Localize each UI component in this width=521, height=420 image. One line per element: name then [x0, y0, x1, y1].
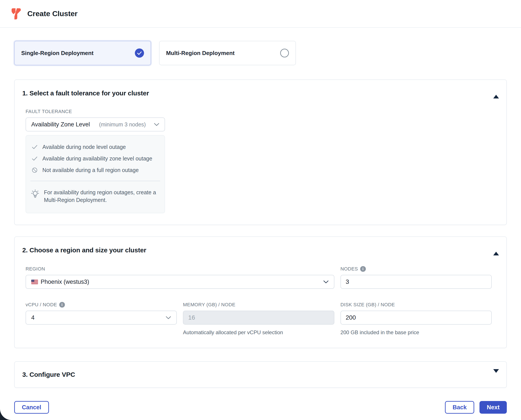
footer-actions: Cancel Back Next — [14, 401, 507, 414]
create-cluster-page: Create Cluster Single-Region Deployment … — [0, 0, 521, 420]
header: Create Cluster — [0, 0, 521, 28]
fault-tolerance-label: FAULT TOLERANCE — [26, 109, 499, 114]
memory-input — [183, 311, 334, 325]
check-icon — [32, 145, 38, 149]
availability-item: Not available during a full region outag… — [26, 167, 164, 173]
info-icon[interactable]: i — [360, 266, 366, 272]
chevron-down-icon — [154, 123, 159, 126]
select-value: Phoenix (westus3) — [41, 278, 89, 285]
divider — [30, 181, 160, 181]
memory-label: MEMORY (GB) / NODE — [183, 302, 334, 308]
collapse-section-button[interactable] — [492, 249, 500, 251]
dialog-sheet: Create Cluster Single-Region Deployment … — [0, 0, 521, 420]
fault-tolerance-select[interactable]: Availability Zone Level (minimum 3 nodes… — [26, 117, 165, 131]
vpc-section: 3. Configure VPC — [14, 361, 507, 388]
region-size-section: 2. Choose a region and size your cluster… — [14, 236, 507, 348]
info-icon[interactable]: i — [59, 302, 65, 308]
region-size-section-header: 2. Choose a region and size your cluster — [15, 237, 506, 254]
nodes-input[interactable] — [341, 275, 492, 289]
availability-text: Not available during a full region outag… — [42, 167, 139, 173]
select-value: Availability Zone Level — [31, 121, 90, 128]
availability-item: Available during availability zone level… — [26, 155, 164, 162]
vcpu-label: vCPU / NODE — [26, 302, 57, 308]
availability-info-box: Available during node level outage Avail… — [26, 135, 165, 213]
memory-help: Automatically allocated per vCPU selecti… — [183, 330, 334, 336]
section-title: 2. Choose a region and size your cluster — [22, 247, 146, 254]
vcpu-select[interactable]: 4 — [26, 311, 177, 325]
tip-row: For availability during region outages, … — [26, 189, 164, 204]
blocked-icon — [32, 167, 38, 173]
vcpu-field: vCPU / NODE i 4 — [26, 302, 177, 336]
collapse-section-button[interactable] — [492, 92, 500, 95]
disk-label: DISK SIZE (GB) / NODE — [341, 302, 492, 308]
section-title: 3. Configure VPC — [22, 371, 75, 378]
deployment-type-row: Single-Region Deployment Multi-Region De… — [14, 41, 507, 65]
check-icon — [32, 156, 38, 161]
availability-text: Available during availability zone level… — [42, 155, 152, 162]
region-select[interactable]: Phoenix (westus3) — [26, 275, 334, 289]
disk-help: 200 GB included in the base price — [341, 330, 492, 336]
chevron-down-icon — [166, 316, 171, 319]
fault-tolerance-section-header: 1. Select a fault tolerance for your clu… — [15, 80, 506, 97]
radio-circle-icon — [280, 49, 289, 57]
disk-input[interactable] — [341, 311, 492, 325]
fault-tolerance-form: FAULT TOLERANCE Availability Zone Level … — [26, 109, 499, 213]
expand-section-button[interactable] — [492, 373, 500, 376]
availability-text: Available during node level outage — [42, 144, 126, 150]
vcpu-label-row: vCPU / NODE i — [26, 302, 177, 308]
region-field: REGION — [26, 266, 334, 289]
memory-field: MEMORY (GB) / NODE Automatically allocat… — [183, 302, 334, 336]
nodes-label-row: NODES i — [341, 266, 492, 272]
chevron-up-icon — [493, 248, 499, 255]
option-label: Single-Region Deployment — [21, 50, 93, 57]
select-hint: (minimum 3 nodes) — [99, 121, 146, 128]
lightbulb-icon — [31, 189, 39, 200]
page-title: Create Cluster — [27, 9, 78, 18]
next-button[interactable]: Next — [480, 401, 507, 414]
tip-text: For availability during region outages, … — [44, 189, 160, 204]
chevron-down-icon — [493, 369, 499, 376]
section-title: 1. Select a fault tolerance for your clu… — [22, 90, 149, 97]
multi-region-option[interactable]: Multi-Region Deployment — [159, 41, 296, 65]
nodes-field: NODES i — [341, 266, 492, 289]
select-value: 4 — [31, 314, 35, 321]
fault-tolerance-section: 1. Select a fault tolerance for your clu… — [14, 79, 507, 225]
back-button[interactable]: Back — [445, 401, 474, 414]
cancel-button[interactable]: Cancel — [14, 401, 49, 414]
region-size-form: REGION — [26, 266, 492, 336]
region-label: REGION — [26, 266, 334, 272]
chevron-up-icon — [493, 91, 499, 98]
selected-check-icon — [135, 48, 144, 58]
vpc-section-header: 3. Configure VPC — [22, 371, 500, 378]
nodes-label: NODES — [341, 266, 358, 272]
option-label: Multi-Region Deployment — [166, 50, 234, 57]
app-logo-icon — [11, 8, 21, 20]
us-flag-icon — [31, 280, 38, 284]
single-region-option[interactable]: Single-Region Deployment — [14, 41, 151, 65]
disk-field: DISK SIZE (GB) / NODE 200 GB included in… — [341, 302, 492, 336]
availability-item: Available during node level outage — [26, 144, 164, 150]
chevron-down-icon — [323, 280, 329, 284]
